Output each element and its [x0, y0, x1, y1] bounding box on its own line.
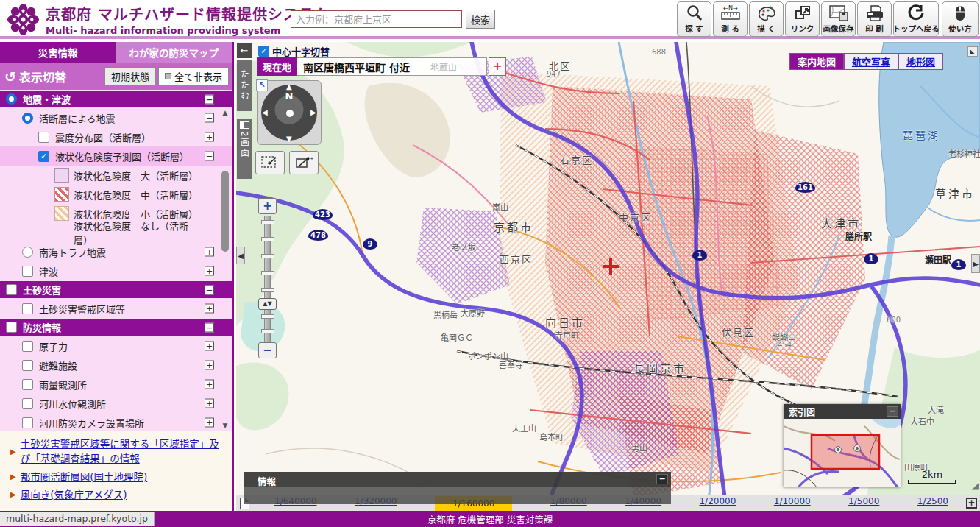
zoom-handle[interactable]: ▲▼ [258, 298, 277, 310]
expand-plus-icon[interactable]: + [205, 418, 214, 428]
checkbox-off[interactable] [22, 303, 33, 314]
scroll-down-icon[interactable]: ▼ [221, 422, 230, 429]
tree-scrollbar[interactable]: ▲ ▼ [220, 109, 230, 429]
pan-right-button[interactable]: ▶ [971, 254, 980, 273]
scale-plus-button[interactable]: + [966, 498, 977, 509]
expand-minus-icon[interactable]: − [205, 94, 214, 104]
reset-view-button[interactable]: ↖ [256, 79, 268, 91]
checkbox-off[interactable] [6, 322, 17, 333]
pan-east-icon[interactable]: ▶ [310, 108, 316, 116]
checkbox-off[interactable] [22, 360, 33, 371]
pan-north-icon[interactable]: ▲ [286, 82, 292, 91]
tree-item-1[interactable]: 活断層による地震− [0, 108, 232, 127]
expand-plus-icon[interactable]: + [205, 304, 214, 314]
checkbox-off[interactable] [38, 132, 49, 143]
expand-minus-icon[interactable]: − [205, 152, 214, 161]
scale-link[interactable]: 1/10000 [774, 496, 811, 511]
checkbox-off[interactable] [6, 284, 17, 295]
zoom-rect-in-button[interactable]: + [289, 151, 319, 174]
expand-minus-icon[interactable]: − [205, 322, 214, 332]
tree-item-2[interactable]: 震度分布図（活断層）+ [0, 127, 232, 146]
locate-crosshair-button[interactable]: + [489, 57, 506, 76]
tree-item-8[interactable]: 南海トラフ地震+ [0, 242, 232, 261]
current-location-button[interactable]: 現在地 [257, 57, 297, 76]
tool-draw-button[interactable]: 描 く [749, 1, 784, 37]
tree-item-14[interactable]: 避難施設+ [0, 356, 232, 375]
tree-item-9[interactable]: 津波+ [0, 261, 232, 280]
tree-item-11[interactable]: 土砂災害警戒区域等+ [0, 299, 232, 318]
tool-print-button[interactable]: 印 刷 [857, 1, 892, 37]
expand-plus-icon[interactable]: + [205, 266, 214, 276]
tree-item-7[interactable]: 液状化危険度 なし（活断層） [0, 223, 232, 242]
zoom-in-button[interactable]: + [258, 198, 277, 214]
basemap-tab-2[interactable]: 地形図 [898, 53, 943, 70]
sidebar-link-1[interactable]: 都市圏活断層図(国土地理院) [21, 470, 148, 484]
hide-all-button[interactable]: 全て非表示 [158, 67, 229, 85]
center-cross-toggle[interactable]: ✓ 中心十字切替 [258, 44, 330, 58]
tree-item-17[interactable]: 河川防災カメラ設置場所+ [0, 413, 232, 431]
pan-south-icon[interactable]: ▼ [286, 135, 292, 143]
radio-on[interactable] [6, 93, 17, 105]
scroll-up-icon[interactable]: ▲ [221, 109, 230, 116]
index-map-canvas[interactable] [784, 419, 901, 487]
tool-save-image-button[interactable]: 画像保存 [821, 1, 856, 37]
basemap-tab-1[interactable]: 航空写真 [844, 53, 898, 70]
scroll-thumb[interactable] [221, 171, 229, 252]
zoom-track[interactable] [264, 216, 271, 348]
tab-disaster-info[interactable]: 災害情報 [0, 42, 116, 63]
expand-plus-icon[interactable]: + [205, 399, 214, 408]
pan-left-button[interactable]: ◀ [236, 247, 245, 264]
checkbox-off[interactable] [22, 379, 33, 390]
checkbox-off[interactable] [22, 417, 33, 428]
scale-link[interactable]: 1/20000 [699, 496, 736, 511]
sidebar-link-0[interactable]: 土砂災害警戒区域等に関する「区域指定」及び「基礎調査結果」の情報 [21, 436, 224, 467]
tree-item-15[interactable]: 雨量観測所+ [0, 375, 232, 394]
checkbox-off[interactable] [22, 398, 33, 409]
checkbox-on[interactable]: ✓ [38, 151, 49, 162]
checkbox-off[interactable] [22, 266, 33, 277]
map-viewport[interactable]: 北区右京区中京区京都市嵐山西京区伏見区向日市寺戸町長岡京市老ノ坂大原野黒柄岳ポン… [236, 42, 980, 511]
initial-state-button[interactable]: 初期状態 [104, 67, 156, 85]
basemap-tab-0[interactable]: 案内地図 [789, 53, 844, 70]
tree-item-4[interactable]: 液状化危険度 大（活断層） [0, 166, 232, 185]
tree-item-13[interactable]: 原子力+ [0, 336, 232, 356]
tree-item-16[interactable]: 河川水位観測所+ [0, 394, 232, 413]
two-screen-button[interactable]: 2画面 [237, 119, 252, 179]
fold-panel-button[interactable]: たたむ [237, 60, 252, 111]
expand-plus-icon[interactable]: + [205, 132, 214, 142]
tool-measure-button[interactable]: ←N→測 る [713, 1, 748, 37]
center-cross-checkbox[interactable]: ✓ [258, 46, 269, 57]
tree-section-10[interactable]: 土砂災害− [0, 281, 232, 298]
search-button[interactable]: 検索 [466, 10, 495, 29]
tool-link-button[interactable]: リンク [785, 1, 820, 37]
radio-off[interactable] [22, 247, 33, 258]
scale-link[interactable]: 1/2500 [917, 496, 948, 511]
expand-plus-icon[interactable]: + [205, 380, 214, 389]
pan-west-icon[interactable]: ◀ [262, 108, 268, 116]
info-panel-minimize-button[interactable]: − [656, 474, 668, 484]
checkbox-off[interactable] [22, 341, 33, 352]
tab-home-bosai-map[interactable]: わが家の防災マップ [116, 42, 232, 63]
expand-plus-icon[interactable]: + [205, 247, 214, 257]
zoom-rect-out-button[interactable] [255, 151, 285, 174]
search-input[interactable] [291, 10, 462, 28]
tool-back-to-top-button[interactable]: トップへ戻る [893, 1, 939, 37]
expand-minus-icon[interactable]: − [205, 113, 214, 123]
expand-plus-icon[interactable]: + [205, 342, 214, 351]
tool-help-button[interactable]: 使い方 [942, 1, 979, 37]
tree-item-3[interactable]: ✓液状化危険度予測図（活断層）− [0, 146, 232, 166]
compass-center-button[interactable] [286, 110, 294, 117]
tree-item-5[interactable]: 液状化危険度 中（活断層） [0, 185, 232, 204]
expand-minus-icon[interactable]: − [205, 285, 214, 294]
index-map-minimize-button[interactable]: − [887, 406, 898, 417]
zoom-out-button[interactable]: − [258, 342, 277, 358]
scale-link[interactable]: 1/5000 [848, 496, 879, 511]
back-arrow-button[interactable]: ← [237, 43, 252, 58]
tool-search-button[interactable]: 探 す [677, 1, 711, 37]
radio-on[interactable] [22, 113, 33, 124]
tree-section-12[interactable]: 防災情報− [0, 319, 232, 336]
sidebar-link-2[interactable]: 風向き(気象庁アメダス) [21, 487, 127, 502]
tree-section-0[interactable]: 地震・津波− [0, 91, 232, 107]
map-corner-collapse-icon[interactable]: ◣ [967, 46, 978, 57]
map-resize-handle-icon[interactable]: ◢ [972, 481, 979, 491]
